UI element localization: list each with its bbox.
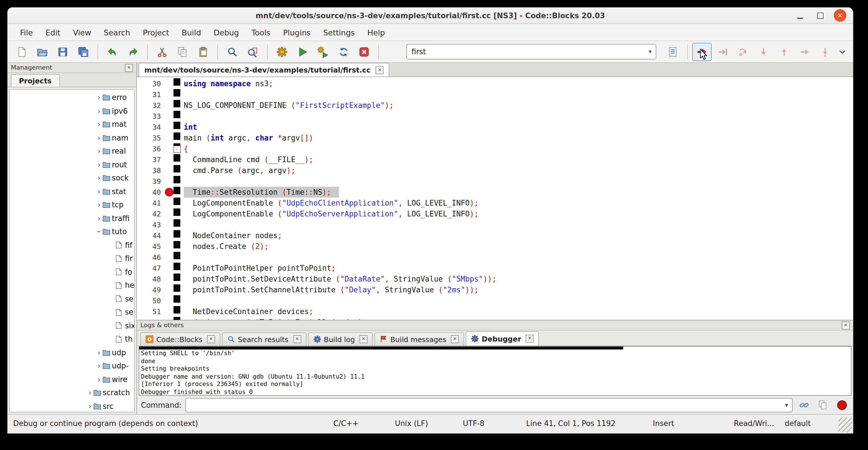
code-text[interactable]: using namespace ns3; [180,78,853,89]
breakpoint-margin[interactable] [164,317,174,320]
tree-item-nam[interactable]: ›nam [10,131,134,145]
find-in-files-button[interactable] [243,42,262,61]
editor-tab-first-cc[interactable]: mnt/dev/tools/source/ns-3-dev/examples/t… [139,63,390,77]
cut-button[interactable] [152,42,172,61]
close-log-tab-button[interactable]: ✕ [451,335,459,343]
tree-item-wire[interactable]: ›wire [10,372,134,386]
debugger-log[interactable]: Setting SHELL to '/bin/sh'doneSetting br… [139,346,851,396]
breakpoint-marker[interactable] [165,188,174,197]
editor-body[interactable]: 30using namespace ns3;3132NS_LOG_COMPONE… [137,77,853,320]
link-button[interactable] [797,398,811,412]
code-text[interactable]: LogComponentEnable ("UdpEchoServerApplic… [180,208,853,219]
code-text[interactable]: pointToPoint.SetDeviceAttribute ("DataRa… [180,274,853,284]
chevron-right-icon[interactable]: › [86,389,94,397]
code-text[interactable]: CommandLine cmd (__FILE__); [180,154,853,165]
breakpoint-margin[interactable] [164,165,174,176]
code-text[interactable]: { [180,143,853,154]
code-text[interactable]: PointToPointHelper pointToPoint; [180,263,853,274]
resize-grip[interactable] [838,417,852,432]
tree-item-tcp[interactable]: ›tcp [10,198,134,212]
save-button[interactable] [53,42,72,61]
menu-item-build[interactable]: Build [176,25,207,39]
open-file-button[interactable] [33,42,52,61]
tree-item-udp[interactable]: ›udp [10,346,134,359]
tree-item-rout[interactable]: ›rout [10,158,134,171]
build-button[interactable] [272,42,291,61]
title-bar[interactable]: mnt/dev/tools/source/ns-3-dev/examples/t… [7,7,853,24]
log-tab-build-log[interactable]: Build log✕ [308,332,373,346]
tree-item-sock[interactable]: ›sock [10,171,134,185]
code-text[interactable]: cmd.Parse (argc, argv); [180,165,853,176]
tree-item-tuto[interactable]: ›tuto [10,225,134,238]
redo-button[interactable] [123,42,143,61]
tree-item-src[interactable]: ›src [10,399,134,412]
close-log-tab-button[interactable]: ✕ [526,335,534,342]
tree-item-th[interactable]: th [10,332,134,346]
tree-item-six[interactable]: six [10,319,134,332]
breakpoint-margin[interactable] [164,132,174,143]
breakpoint-margin[interactable] [164,241,174,252]
menu-item-project[interactable]: Project [137,25,175,39]
chevron-right-icon[interactable]: › [95,161,103,169]
tree-item-fir[interactable]: fir [10,252,134,265]
close-editor-tab-button[interactable]: ✕ [376,66,384,74]
chevron-right-icon[interactable]: › [95,188,103,195]
build-target-button[interactable] [663,42,683,61]
copy-button[interactable] [173,42,192,61]
menu-item-file[interactable]: File [14,25,38,39]
breakpoint-margin[interactable] [164,306,174,317]
step-out-button[interactable] [774,42,794,61]
breakpoint-margin[interactable] [164,295,174,306]
chevron-right-icon[interactable]: › [86,402,94,410]
close-button[interactable]: ✕ [834,9,846,22]
breakpoint-margin[interactable] [164,176,174,187]
code-text[interactable]: NetDeviceContainer devices; [180,306,853,317]
code-text[interactable] [180,295,853,306]
find-button[interactable] [223,42,242,61]
step-into-instruction-button[interactable] [815,42,835,61]
menu-item-plugins[interactable]: Plugins [277,25,316,39]
chevron-right-icon[interactable]: › [95,175,103,182]
breakpoint-margin[interactable] [164,89,174,100]
breakpoint-margin[interactable] [164,187,174,198]
breakpoint-margin[interactable] [164,122,174,132]
code-text[interactable] [180,176,853,187]
close-logs-button[interactable]: ✕ [842,321,850,329]
next-line-button[interactable] [733,42,753,61]
save-all-button[interactable] [73,42,93,61]
menu-item-tools[interactable]: Tools [246,25,276,39]
build-target-combo[interactable]: first ▾ [406,44,656,59]
breakpoint-margin[interactable] [164,274,174,284]
log-tab-build-messages[interactable]: Build messages✕ [374,332,464,346]
tree-item-ipv6[interactable]: ›ipv6 [10,104,134,118]
log-tab-code-blocks[interactable]: Code::Blocks✕ [141,332,220,346]
breakpoint-margin[interactable] [164,143,174,154]
code-text[interactable] [180,219,853,230]
step-into-button[interactable] [754,42,773,61]
abort-build-button[interactable] [354,42,374,61]
code-text[interactable]: main (int argc, char *argv[]) [180,132,853,143]
chevron-down-icon[interactable]: ▾ [645,48,656,55]
stop-debugger-button[interactable] [834,398,849,412]
code-text[interactable] [180,89,853,100]
code-text[interactable]: LogComponentEnable ("UdpEchoClientApplic… [180,198,853,208]
chevron-right-icon[interactable]: › [95,121,103,128]
undo-button[interactable] [103,42,122,61]
breakpoint-margin[interactable] [164,208,174,219]
tree-item-erro[interactable]: ›erro [10,91,134,104]
menu-item-settings[interactable]: Settings [318,25,361,39]
code-text[interactable] [180,111,853,122]
breakpoint-margin[interactable] [164,284,174,295]
tree-item-real[interactable]: ›real [10,145,134,158]
code-text[interactable]: devices = pointToPoint.Install (nodes); [180,317,853,320]
tree-item-mat[interactable]: ›mat [10,118,134,131]
code-text[interactable]: pointToPoint.SetChannelAttribute ("Delay… [180,284,853,295]
new-file-button[interactable] [12,42,31,61]
chevron-down-icon[interactable]: › [95,228,103,236]
run-button[interactable] [293,42,312,61]
chevron-right-icon[interactable]: › [95,148,103,155]
command-input[interactable]: ▾ [185,398,793,412]
close-log-tab-button[interactable]: ✕ [293,335,301,343]
chevron-right-icon[interactable]: › [95,362,103,370]
chevron-right-icon[interactable]: › [95,349,103,356]
